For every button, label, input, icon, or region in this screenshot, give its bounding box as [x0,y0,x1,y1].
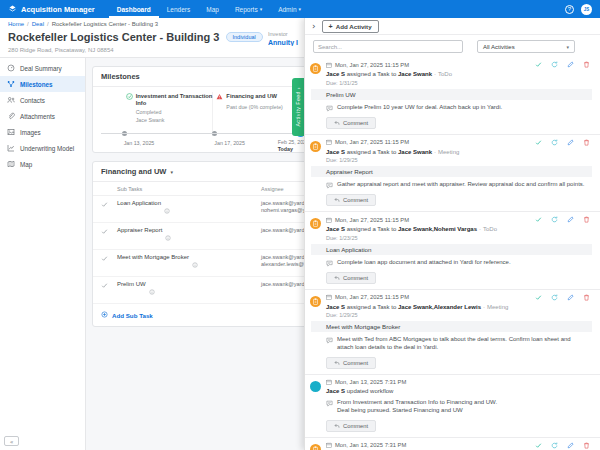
activity-action: updated workflow [347,388,394,394]
comment-button[interactable]: Comment [326,357,376,369]
task-clipboard-icon [310,444,321,450]
nav-item-dashboard[interactable]: Dashboard [109,0,159,18]
brand-logo-icon [8,4,17,15]
activity-note: Complete loan app document and attached … [337,259,511,267]
activity-note-line: Complete Prelim 10 year UW for deal. Att… [337,104,502,112]
add-activity-button[interactable]: + Add Activity [322,20,379,33]
comment-button-label: Comment [343,197,368,203]
sidebar-item-label: Milestones [20,81,53,88]
refresh-icon[interactable] [551,61,558,68]
complete-check-icon[interactable] [535,216,542,223]
sidebar-item-map[interactable]: Map [0,156,85,172]
activity-date: Mon, Jan 27, 2025 11:15 PM [335,217,409,223]
summary-separator: · [479,226,481,232]
check-icon[interactable] [101,228,117,235]
activity-note-line: From Investment and Transaction Info to … [337,399,497,407]
sidebar-item-attachments[interactable]: Attachments [0,108,85,124]
comment-button[interactable]: Comment [326,194,376,206]
paperclip-icon [7,112,15,120]
refresh-icon[interactable] [551,216,558,223]
check-icon[interactable] [101,201,117,208]
activity-summary: Jace S assigned a Task to Jace Swank·ToD… [326,71,592,79]
edit-pencil-icon[interactable] [567,61,574,68]
nav-item-reports[interactable]: Reports▾ [227,0,270,18]
edit-pencil-icon[interactable] [567,216,574,223]
info-circle-icon[interactable] [164,200,170,218]
milestone-name: Investment and Transaction Info [136,93,221,107]
info-circle-icon[interactable] [165,227,171,245]
help-icon[interactable]: ? [565,5,574,14]
sidebar-item-contacts[interactable]: Contacts [0,92,85,108]
activity-feed-tab-label: Activity Feed › [295,87,301,127]
add-activity-label: Add Activity [336,23,372,30]
refresh-icon[interactable] [551,442,558,449]
edit-pencil-icon[interactable] [567,442,574,449]
plus-circle-icon [101,311,108,319]
sidebar-item-deal-summary[interactable]: Deal Summary [0,60,85,76]
activity-type: ToDo [483,226,497,232]
nav-item-lenders[interactable]: Lenders [159,0,199,18]
nav-item-label: Admin [278,6,296,13]
nav-item-admin[interactable]: Admin▾ [270,0,309,18]
activity-feed-tab[interactable]: Activity Feed › [292,78,304,136]
delete-trash-icon[interactable] [583,61,590,68]
check-icon[interactable] [101,282,117,289]
chevron-down-icon[interactable]: ▾ [170,169,173,175]
complete-check-icon[interactable] [535,61,542,68]
activity-search-input[interactable] [313,40,463,53]
refresh-icon[interactable] [551,294,558,301]
workflow-dot-icon [310,381,321,392]
sidebar-collapse-button[interactable]: « [4,436,19,446]
chevron-down-icon: ▾ [566,44,569,50]
activity-summary: Jace S updated workflow [326,388,592,396]
activity-actions [535,216,592,223]
activity-type: Meeting [487,304,508,310]
breadcrumb-link[interactable]: Home [8,21,24,27]
delete-trash-icon[interactable] [583,139,590,146]
user-avatar[interactable]: JS [581,4,592,15]
column-assignee: Assignee [261,186,284,192]
info-circle-icon[interactable] [149,281,155,299]
comment-button[interactable]: Comment [326,117,376,129]
nav-item-map[interactable]: Map [198,0,227,18]
image-icon [7,128,15,136]
activity-panel-tools: All Activities ▾ [305,35,600,57]
delete-trash-icon[interactable] [583,216,590,223]
subtask-name: Prelim UW [117,281,146,287]
activity-item: Mon, Jan 13, 2025 7:31 PMJace S assigned… [305,438,600,450]
activity-actions [535,442,592,449]
topbar-right: ? JS [565,4,592,15]
complete-check-icon[interactable] [535,139,542,146]
page-title: Rockefeller Logistics Center - Building … [8,31,263,43]
comment-button[interactable]: Comment [326,272,376,284]
activity-action: assigned a Task to [347,304,397,310]
check-icon[interactable] [101,255,117,262]
sidebar-item-label: Underwriting Model [20,145,74,152]
milestones-card-title: Milestones [93,67,315,87]
info-circle-icon[interactable] [192,254,198,272]
edit-pencil-icon[interactable] [567,139,574,146]
summary-separator: · [434,71,436,77]
sidebar-item-milestones[interactable]: Milestones [0,76,85,92]
delete-trash-icon[interactable] [583,442,590,449]
sidebar-item-underwriting-model[interactable]: Underwriting Model [0,140,85,156]
comment-bubble-icon [326,182,333,189]
activity-type: ToDo [438,71,452,77]
calendar-icon [326,62,332,68]
task-clipboard-icon [310,141,321,152]
activity-filter-select[interactable]: All Activities ▾ [477,40,575,53]
panel-collapse-icon[interactable]: › [312,22,316,31]
sidebar-item-images[interactable]: Images [0,124,85,140]
delete-trash-icon[interactable] [583,294,590,301]
complete-check-icon[interactable] [535,294,542,301]
comment-bubble-icon [326,337,333,352]
sidebar-item-label: Contacts [20,97,45,104]
edit-pencil-icon[interactable] [567,294,574,301]
refresh-icon[interactable] [551,139,558,146]
activity-actor: Jace S [326,149,345,155]
milestones-icon [7,80,15,88]
breadcrumb-link[interactable]: Deal [32,21,44,27]
activity-target: Jace Swank,Nohemi Vargas [398,226,477,232]
comment-button[interactable]: Comment [326,420,376,432]
complete-check-icon[interactable] [535,442,542,449]
